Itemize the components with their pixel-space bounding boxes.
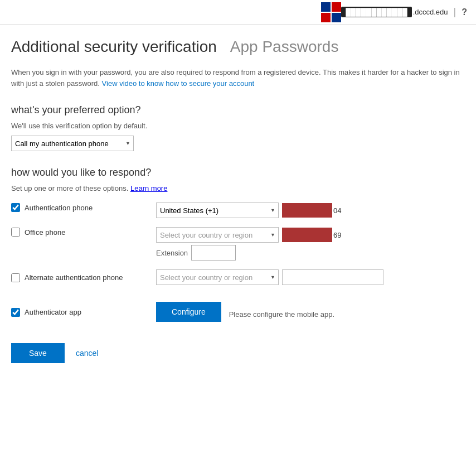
alt-phone-controls: Select your country or region ▼: [156, 269, 465, 285]
alt-phone-input[interactable]: [282, 269, 383, 285]
respond-sublabel: Set up one or more of these options. Lea…: [11, 184, 465, 192]
svg-rect-2: [331, 12, 341, 22]
alt-auth-phone-row: Alternate authentication phone Select yo…: [11, 265, 465, 290]
office-phone-top-row: Select your country or region ▼ 69: [156, 227, 465, 243]
main-content: Additional security verification App Pas…: [0, 25, 476, 385]
authenticator-app-label[interactable]: Authenticator app: [25, 307, 81, 316]
auth-phone-input-wrapper: 04: [282, 203, 341, 218]
header-separator: |: [454, 6, 456, 18]
office-phone-country-wrapper[interactable]: Select your country or region ▼: [156, 227, 279, 243]
office-phone-input-wrapper: 69: [282, 228, 341, 242]
svg-rect-1: [321, 2, 331, 12]
office-phone-label[interactable]: Office phone: [25, 228, 65, 237]
office-phone-country-select[interactable]: Select your country or region: [156, 227, 279, 243]
video-link[interactable]: View video to know how to secure your ac…: [102, 79, 255, 88]
page-title: Additional security verification: [11, 38, 217, 56]
alt-phone-country-wrapper[interactable]: Select your country or region ▼: [156, 269, 279, 285]
auth-phone-country-wrapper[interactable]: United States (+1) ▼: [156, 203, 279, 218]
extension-row: Extension: [156, 245, 465, 261]
page-title-secondary: App Passwords: [230, 38, 339, 56]
office-phone-masked: [282, 228, 332, 242]
cancel-link[interactable]: cancel: [76, 349, 98, 358]
auth-phone-masked: [282, 203, 332, 218]
auth-phone-country-select[interactable]: United States (+1): [156, 203, 279, 218]
save-button[interactable]: Save: [11, 343, 65, 363]
logo: [321, 2, 341, 22]
preferred-option-dropdown-wrapper[interactable]: Call my authentication phone Send me a c…: [11, 136, 134, 151]
respond-sublabel-text: Set up one or more of these options.: [11, 184, 128, 192]
learn-more-link[interactable]: Learn more: [130, 184, 167, 192]
app-controls: Configure Please configure the mobile ap…: [156, 302, 465, 322]
help-icon[interactable]: ?: [462, 7, 467, 17]
header-username: ████████████: [341, 7, 412, 17]
alt-phone-country-select[interactable]: Select your country or region: [156, 269, 279, 285]
authenticator-app-checkbox[interactable]: [11, 308, 20, 317]
page-description: When you sign in with your password, you…: [11, 67, 465, 89]
preferred-option-select[interactable]: Call my authentication phone Send me a c…: [11, 136, 134, 151]
alt-phone-label[interactable]: Alternate authentication phone: [25, 273, 123, 282]
header-domain: .dcccd.edu: [413, 8, 448, 16]
auth-phone-label-cell: Authentication phone: [11, 203, 156, 212]
respond-section-title: how would you like to respond?: [11, 167, 465, 179]
app-label-cell: Authenticator app: [11, 307, 156, 317]
bottom-actions: Save cancel: [11, 343, 465, 363]
office-phone-row: Office phone Select your country or regi…: [11, 223, 465, 265]
authenticator-app-row: Authenticator app Configure Please confi…: [11, 297, 465, 326]
configure-button[interactable]: Configure: [156, 302, 221, 322]
auth-phone-controls: United States (+1) ▼ 04: [156, 203, 465, 218]
office-phone-checkbox[interactable]: [11, 228, 20, 237]
auth-phone-suffix: 04: [332, 206, 341, 215]
header: ████████████ .dcccd.edu | ?: [0, 0, 476, 25]
auth-phone-row: Authentication phone United States (+1) …: [11, 198, 465, 223]
office-phone-label-cell: Office phone: [11, 227, 156, 237]
extension-label: Extension: [156, 249, 188, 257]
preferred-section-title: what's your preferred option?: [11, 104, 465, 116]
options-table: Authentication phone United States (+1) …: [11, 198, 465, 326]
alt-phone-checkbox[interactable]: [11, 273, 20, 282]
office-phone-controls: Select your country or region ▼ 69 Exten…: [156, 227, 465, 261]
alt-phone-label-cell: Alternate authentication phone: [11, 273, 156, 282]
extension-input[interactable]: [191, 245, 236, 261]
preferred-sublabel: We'll use this verification option by de…: [11, 122, 465, 130]
auth-phone-label[interactable]: Authentication phone: [25, 203, 93, 212]
page-title-row: Additional security verification App Pas…: [11, 38, 465, 56]
configure-note: Please configure the mobile app.: [229, 306, 334, 319]
auth-phone-checkbox[interactable]: [11, 203, 20, 212]
office-phone-suffix: 69: [332, 231, 341, 239]
